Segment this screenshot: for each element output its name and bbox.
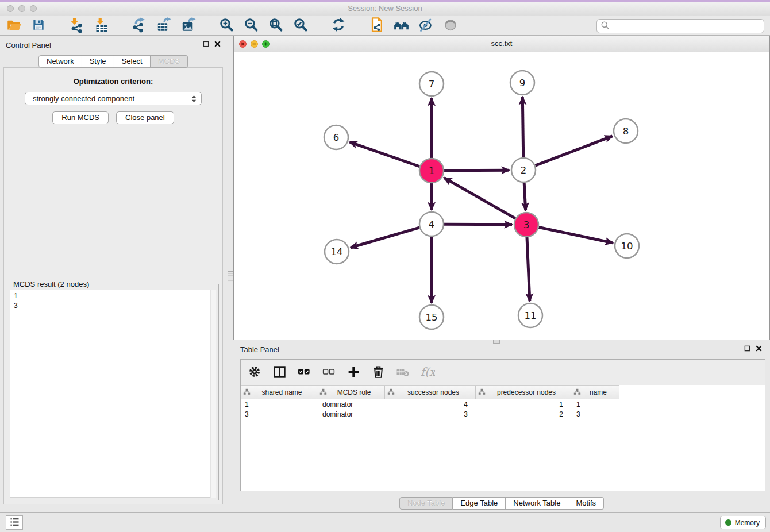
- graph-node-8[interactable]: 8: [614, 119, 638, 143]
- table-cell[interactable]: 1: [571, 400, 619, 408]
- criterion-select[interactable]: strongly connected component: [25, 92, 202, 105]
- edge-3-1[interactable]: [444, 178, 515, 218]
- zoom-out-button[interactable]: [242, 17, 260, 34]
- graph-node-3[interactable]: 3: [514, 213, 538, 237]
- column-header-successor-nodes[interactable]: successor nodes: [385, 386, 476, 399]
- table-cell[interactable]: 3: [571, 410, 619, 418]
- vertical-splitter[interactable]: [226, 36, 233, 513]
- tab-network-table[interactable]: Network Table: [506, 497, 568, 510]
- open-folder-button[interactable]: [5, 17, 23, 34]
- horizontal-splitter-grip[interactable]: [493, 340, 500, 344]
- graph-node-11[interactable]: 11: [518, 303, 542, 327]
- import-network-icon: [69, 17, 84, 34]
- zoom-selected-button[interactable]: [291, 17, 310, 34]
- edge-1-2[interactable]: [444, 170, 509, 171]
- search-field[interactable]: [596, 19, 764, 33]
- search-input[interactable]: [612, 21, 760, 31]
- network-window-titlebar[interactable]: scc.txt: [234, 36, 769, 52]
- export-image-button[interactable]: [179, 17, 198, 34]
- mcds-result-title: MCDS result (2 nodes): [11, 280, 91, 288]
- columns-button[interactable]: [271, 365, 287, 381]
- save-button[interactable]: [29, 17, 48, 34]
- hide-details-button[interactable]: [417, 17, 435, 34]
- show-details-icon: [443, 17, 458, 34]
- export-network-button[interactable]: [130, 17, 148, 34]
- network-canvas[interactable]: 7968124314101511: [234, 52, 769, 340]
- node-table: shared nameMCDS rolesuccessor nodesprede…: [241, 385, 765, 491]
- graph-node-14[interactable]: 14: [325, 240, 349, 264]
- table-cell[interactable]: 3: [385, 410, 476, 418]
- edge-2-8[interactable]: [536, 136, 613, 165]
- graph-node-6[interactable]: 6: [324, 125, 348, 149]
- table-cell[interactable]: dominator: [317, 400, 385, 408]
- select-all-button[interactable]: [296, 365, 312, 381]
- column-header-MCDS-role[interactable]: MCDS role: [317, 386, 385, 399]
- table-cell[interactable]: dominator: [317, 410, 385, 418]
- gear-button[interactable]: [247, 365, 263, 381]
- export-table-button[interactable]: [155, 17, 173, 34]
- edge-2-9[interactable]: [522, 97, 523, 157]
- graph-node-4[interactable]: 4: [419, 212, 444, 236]
- tab-select[interactable]: Select: [114, 55, 151, 68]
- table-row[interactable]: 1dominator411: [241, 400, 765, 409]
- task-history-button[interactable]: [6, 515, 23, 530]
- graph-node-7[interactable]: 7: [419, 72, 444, 96]
- first-neighbors-button[interactable]: [392, 17, 410, 34]
- columns-icon: [272, 365, 287, 381]
- run-mcds-button[interactable]: Run MCDS: [52, 111, 109, 124]
- mcds-result-text[interactable]: 1 3: [10, 290, 216, 498]
- zoom-out-icon: [244, 17, 259, 34]
- close-panel-icon[interactable]: [214, 41, 221, 47]
- graph-node-2[interactable]: 2: [511, 158, 536, 182]
- column-header-name[interactable]: name: [571, 386, 619, 399]
- edge-1-6[interactable]: [350, 142, 420, 166]
- graph-node-15[interactable]: 15: [419, 305, 444, 329]
- splitter-grip[interactable]: [228, 271, 233, 282]
- add-column-icon: [346, 365, 361, 381]
- graph-node-1[interactable]: 1: [419, 159, 444, 183]
- table-cell[interactable]: 1: [476, 400, 571, 408]
- result-scrollbar[interactable]: [210, 290, 216, 498]
- table-row[interactable]: 3dominator323: [241, 410, 765, 419]
- tab-mcds[interactable]: MCDS: [151, 55, 188, 68]
- memory-button[interactable]: Memory: [720, 516, 766, 529]
- table-cell[interactable]: 2: [476, 410, 571, 418]
- select-all-icon: [297, 365, 311, 380]
- float-panel-icon[interactable]: [744, 345, 750, 352]
- add-column-button[interactable]: [345, 365, 361, 381]
- control-panel: Control Panel NetworkStyleSelectMCDS Opt…: [0, 36, 226, 513]
- deselect-all-button[interactable]: [321, 365, 337, 381]
- table-cell[interactable]: 4: [385, 400, 476, 408]
- graph-node-10[interactable]: 10: [615, 234, 639, 258]
- show-details-button[interactable]: [441, 17, 460, 34]
- zoom-in-button[interactable]: [217, 17, 236, 34]
- close-panel-icon[interactable]: [756, 345, 762, 352]
- delete-column-button[interactable]: [370, 365, 386, 381]
- deselect-all-icon: [322, 365, 336, 380]
- tab-node-table[interactable]: Node Table: [399, 497, 453, 510]
- edge-3-10[interactable]: [539, 228, 613, 243]
- tab-motifs[interactable]: Motifs: [568, 497, 604, 510]
- tab-edge-table[interactable]: Edge Table: [453, 497, 506, 510]
- mcds-result-group: MCDS result (2 nodes) 1 3: [7, 284, 219, 500]
- table-cell[interactable]: 1: [241, 400, 317, 408]
- new-network-from-selection-button[interactable]: [367, 17, 386, 34]
- graph-node-9[interactable]: 9: [510, 71, 534, 95]
- column-header-predecessor-nodes[interactable]: predecessor nodes: [476, 386, 571, 399]
- edge-4-14[interactable]: [351, 228, 419, 248]
- close-panel-button[interactable]: Close panel: [116, 111, 174, 124]
- tab-style[interactable]: Style: [82, 55, 114, 68]
- node-table-container: f(x) shared nameMCDS rolesuccessor nodes…: [240, 359, 765, 491]
- edge-3-11[interactable]: [527, 237, 530, 301]
- network-window-title: scc.txt: [234, 39, 769, 48]
- edge-4-3[interactable]: [444, 224, 512, 225]
- import-table-button[interactable]: [92, 17, 110, 34]
- zoom-fit-button[interactable]: [267, 17, 285, 34]
- refresh-button[interactable]: [329, 17, 348, 34]
- tab-network[interactable]: Network: [38, 55, 82, 68]
- import-network-button[interactable]: [67, 17, 86, 34]
- float-panel-icon[interactable]: [203, 41, 209, 47]
- table-cell[interactable]: 3: [241, 410, 317, 418]
- edge-2-3[interactable]: [524, 183, 526, 210]
- column-header-shared-name[interactable]: shared name: [241, 386, 317, 399]
